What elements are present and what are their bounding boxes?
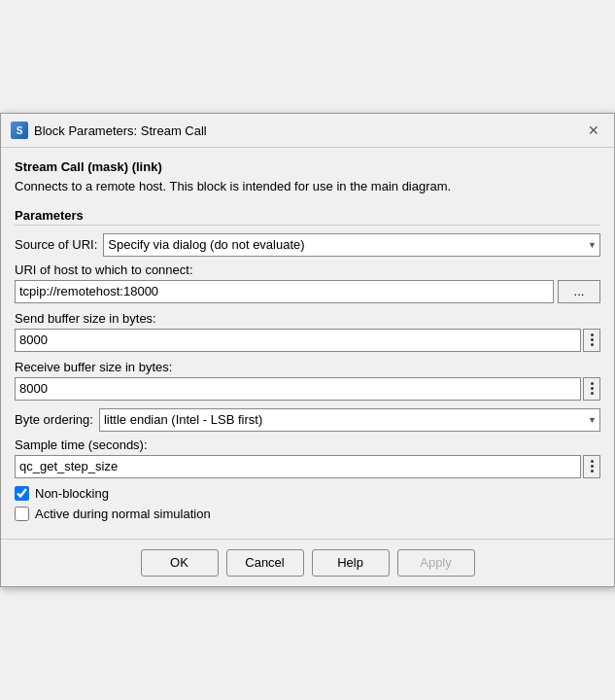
menu-dot-8: [591, 465, 594, 468]
browse-button[interactable]: ...: [558, 280, 600, 303]
byte-ordering-label: Byte ordering:: [15, 412, 93, 427]
source-uri-select-wrapper: Specify via dialog (do not evaluate) Eva…: [103, 233, 600, 257]
non-blocking-row: Non-blocking: [15, 486, 600, 501]
send-buffer-field-group: Send buffer size in bytes:: [15, 311, 600, 352]
menu-dot-1: [591, 333, 594, 336]
sample-time-menu-button[interactable]: [583, 455, 600, 478]
receive-buffer-menu-button[interactable]: [583, 377, 600, 401]
dialog-title: Block Parameters: Stream Call: [34, 123, 207, 138]
menu-dot-4: [591, 382, 594, 385]
active-simulation-row: Active during normal simulation: [15, 507, 600, 521]
uri-row: ...: [15, 280, 600, 303]
uri-input[interactable]: [15, 280, 554, 303]
title-bar-left: S Block Parameters: Stream Call: [11, 122, 207, 139]
non-blocking-label[interactable]: Non-blocking: [35, 486, 109, 501]
menu-dot-7: [591, 460, 594, 463]
menu-dot-6: [591, 392, 594, 395]
active-simulation-checkbox[interactable]: [15, 507, 29, 521]
apply-button[interactable]: Apply: [397, 549, 475, 577]
send-buffer-menu-button[interactable]: [583, 329, 600, 352]
dialog-description: Connects to a remote host. This block is…: [15, 178, 600, 195]
receive-buffer-field-group: Receive buffer size in bytes:: [15, 360, 600, 401]
dialog-subtitle: Stream Call (mask) (link): [15, 159, 600, 174]
receive-buffer-label: Receive buffer size in bytes:: [15, 360, 600, 374]
byte-ordering-select[interactable]: little endian (Intel - LSB first) big en…: [99, 408, 600, 432]
send-buffer-input[interactable]: [15, 329, 581, 352]
active-simulation-label[interactable]: Active during normal simulation: [35, 507, 211, 521]
sample-time-field-group: Sample time (seconds):: [15, 438, 600, 478]
menu-dot-9: [591, 470, 594, 472]
menu-dot-5: [591, 387, 594, 390]
byte-ordering-row: Byte ordering: little endian (Intel - LS…: [15, 408, 600, 432]
dialog-body: Stream Call (mask) (link) Connects to a …: [1, 148, 614, 538]
title-bar: S Block Parameters: Stream Call ✕: [1, 114, 614, 148]
menu-dot-2: [591, 338, 594, 341]
cancel-button[interactable]: Cancel: [226, 549, 304, 577]
sample-time-input-row: [15, 455, 600, 478]
receive-buffer-input-row: [15, 377, 600, 401]
receive-buffer-input[interactable]: [15, 377, 581, 401]
source-uri-select[interactable]: Specify via dialog (do not evaluate) Eva…: [103, 233, 600, 257]
uri-field-group: URI of host to which to connect: ...: [15, 262, 600, 303]
close-icon: ✕: [588, 122, 599, 138]
block-icon: S: [11, 122, 28, 139]
ok-button[interactable]: OK: [141, 549, 219, 577]
non-blocking-checkbox[interactable]: [15, 486, 29, 501]
dialog-footer: OK Cancel Help Apply: [1, 539, 614, 586]
source-uri-row: Source of URI: Specify via dialog (do no…: [15, 233, 600, 257]
send-buffer-label: Send buffer size in bytes:: [15, 311, 600, 326]
send-buffer-input-row: [15, 329, 600, 352]
dialog-window: S Block Parameters: Stream Call ✕ Stream…: [0, 113, 615, 586]
byte-ordering-select-wrapper: little endian (Intel - LSB first) big en…: [99, 408, 600, 432]
source-uri-label: Source of URI:: [15, 237, 97, 252]
uri-label: URI of host to which to connect:: [15, 262, 600, 277]
sample-time-label: Sample time (seconds):: [15, 438, 600, 452]
menu-dot-3: [591, 343, 594, 346]
help-button[interactable]: Help: [312, 549, 390, 577]
parameters-section-header: Parameters: [15, 208, 600, 226]
sample-time-input[interactable]: [15, 455, 581, 478]
close-button[interactable]: ✕: [583, 120, 604, 141]
